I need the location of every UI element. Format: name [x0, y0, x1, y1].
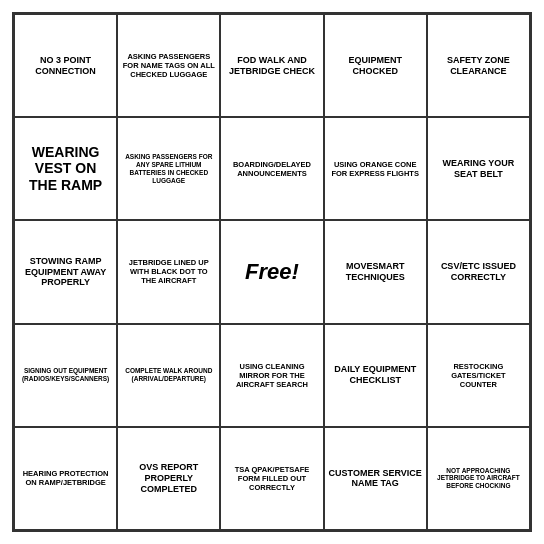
bingo-cell-r1c1: ASKING PASSENGERS FOR ANY SPARE LITHIUM … — [117, 117, 220, 220]
bingo-cell-r2c0: STOWING RAMP EQUIPMENT AWAY PROPERLY — [14, 220, 117, 323]
bingo-cell-r1c2: BOARDING/DELAYED ANNOUNCEMENTS — [220, 117, 323, 220]
bingo-cell-r2c1: JETBRIDGE LINED UP WITH BLACK DOT TO THE… — [117, 220, 220, 323]
bingo-cell-r4c1: OVS REPORT PROPERLY COMPLETED — [117, 427, 220, 530]
bingo-cell-r0c4: SAFETY ZONE CLEARANCE — [427, 14, 530, 117]
bingo-cell-r4c3: CUSTOMER SERVICE NAME TAG — [324, 427, 427, 530]
bingo-cell-r3c0: SIGNING OUT EQUIPMENT (RADIOS/KEYS/SCANN… — [14, 324, 117, 427]
bingo-cell-r1c4: WEARING YOUR SEAT BELT — [427, 117, 530, 220]
bingo-cell-r4c0: HEARING PROTECTION ON RAMP/JETBRIDGE — [14, 427, 117, 530]
bingo-board: NO 3 POINT CONNECTIONASKING PASSENGERS F… — [12, 12, 532, 532]
bingo-cell-r3c2: USING CLEANING MIRROR FOR THE AIRCRAFT S… — [220, 324, 323, 427]
bingo-cell-r2c4: CSV/ETC ISSUED CORRECTLY — [427, 220, 530, 323]
bingo-cell-r0c2: FOD WALK AND JETBRIDGE CHECK — [220, 14, 323, 117]
bingo-cell-r3c3: DAILY EQUIPMENT CHECKLIST — [324, 324, 427, 427]
bingo-cell-r4c2: TSA QPAK/PETSAFE FORM FILLED OUT CORRECT… — [220, 427, 323, 530]
bingo-cell-r3c1: COMPLETE WALK AROUND (ARRIVAL/DEPARTURE) — [117, 324, 220, 427]
bingo-cell-r2c2: Free! — [220, 220, 323, 323]
bingo-cell-r1c0: WEARING VEST ON THE RAMP — [14, 117, 117, 220]
bingo-cell-r4c4: NOT APPROACHING JETBRIDGE TO AIRCRAFT BE… — [427, 427, 530, 530]
bingo-cell-r0c1: ASKING PASSENGERS FOR NAME TAGS ON ALL C… — [117, 14, 220, 117]
bingo-cell-r0c0: NO 3 POINT CONNECTION — [14, 14, 117, 117]
bingo-cell-r0c3: EQUIPMENT CHOCKED — [324, 14, 427, 117]
bingo-cell-r3c4: RESTOCKING GATES/TICKET COUNTER — [427, 324, 530, 427]
bingo-cell-r2c3: MOVESMART TECHNIQUES — [324, 220, 427, 323]
bingo-cell-r1c3: USING ORANGE CONE FOR EXPRESS FLIGHTS — [324, 117, 427, 220]
